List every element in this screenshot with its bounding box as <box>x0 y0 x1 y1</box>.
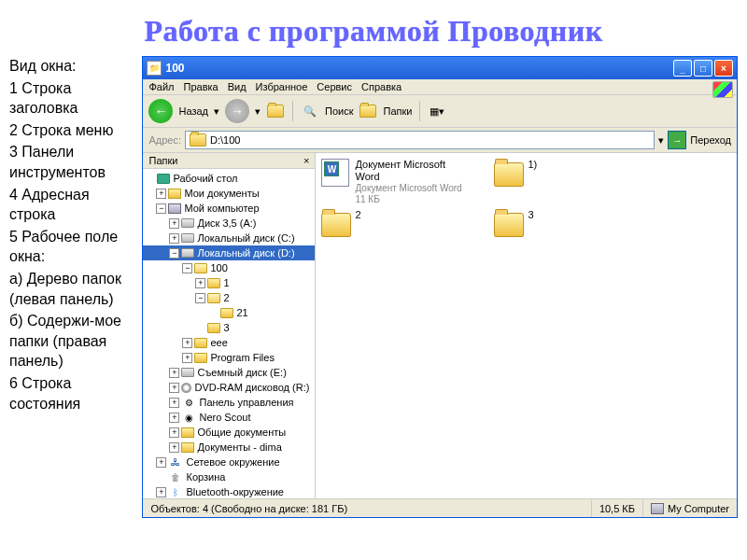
tree-disk-d[interactable]: −Локальный диск (D:) <box>143 245 315 260</box>
computer-icon <box>651 503 664 514</box>
status-main: Объектов: 4 (Свободно на диске: 181 ГБ) <box>143 499 591 517</box>
tree-mypc[interactable]: −Мой компьютер <box>143 201 315 216</box>
menu-file[interactable]: Файл <box>148 81 174 92</box>
separator <box>419 101 420 121</box>
folder-icon <box>494 213 524 237</box>
dropdown-icon[interactable]: ▾ <box>658 134 664 147</box>
toolbar: ← Назад ▾ → ▾ 🔍 Поиск Папки ▦▾ <box>143 95 737 128</box>
minimize-button[interactable]: _ <box>673 60 692 77</box>
folder-1[interactable]: 1) <box>494 159 639 205</box>
dropdown-icon[interactable]: ▾ <box>255 105 261 118</box>
tree-cpanel[interactable]: +⚙Панель управления <box>143 395 315 410</box>
file-word-doc[interactable]: Документ Microsoft Word Документ Microso… <box>321 159 466 205</box>
address-label: Адрес: <box>148 134 181 146</box>
note-line: 3 Панели инструментов <box>9 142 134 182</box>
note-line: 1 Строка заголовка <box>9 78 134 119</box>
tree-21[interactable]: 21 <box>143 305 315 320</box>
close-button[interactable]: × <box>714 60 733 77</box>
slide-title: Работа с программой Проводник <box>0 0 747 56</box>
explorer-window: 📁 100 _ □ × Файл Правка Вид Избранное Се… <box>142 56 738 518</box>
close-tree-button[interactable]: × <box>303 155 309 166</box>
folders-icon[interactable] <box>359 102 377 120</box>
titlebar[interactable]: 📁 100 _ □ × <box>143 57 737 79</box>
go-label[interactable]: Переход <box>690 134 731 146</box>
tree-floppy[interactable]: +Диск 3,5 (A:) <box>143 216 315 231</box>
note-line: 6 Строка состояния <box>9 373 134 413</box>
window-title: 100 <box>165 62 673 75</box>
tree-mydocs[interactable]: +Мои документы <box>143 186 315 201</box>
tree-2[interactable]: −2 <box>143 290 315 305</box>
address-bar: Адрес: D:\100 ▾ → Переход <box>143 128 737 153</box>
tree-nero[interactable]: +◉Nero Scout <box>143 410 315 425</box>
menu-help[interactable]: Справка <box>361 81 402 92</box>
folder-3[interactable]: 3 <box>494 209 639 239</box>
note-line: Вид окна: <box>9 56 134 77</box>
item-name: Документ Microsoft Word <box>355 159 466 183</box>
tree-100[interactable]: −100 <box>143 260 315 275</box>
tree-removable-e[interactable]: +Съемный диск (E:) <box>143 365 315 380</box>
menu-edit[interactable]: Правка <box>184 81 218 92</box>
folder-icon <box>494 162 524 187</box>
back-button[interactable]: ← <box>148 99 173 123</box>
item-name: 2 <box>355 209 360 221</box>
folder-icon <box>190 133 206 147</box>
back-label[interactable]: Назад <box>178 105 208 117</box>
separator <box>292 101 293 121</box>
item-size: 11 КБ <box>355 194 466 205</box>
views-icon[interactable]: ▦▾ <box>428 102 446 120</box>
note-line: б) Содержи-мое папки (правая панель) <box>9 311 134 371</box>
note-line: а) Дерево папок (левая панель) <box>9 269 134 309</box>
menu-favorites[interactable]: Избранное <box>256 81 308 92</box>
tree-1[interactable]: +1 <box>143 275 315 290</box>
status-location: My Computer <box>643 499 737 517</box>
dropdown-icon[interactable]: ▾ <box>214 105 219 118</box>
note-line: 4 Адресная строка <box>9 185 134 225</box>
address-input[interactable]: D:\100 <box>185 131 655 149</box>
statusbar: Объектов: 4 (Свободно на диске: 181 ГБ) … <box>143 498 737 517</box>
tree-dima[interactable]: +Документы - dima <box>143 440 315 455</box>
search-icon[interactable]: 🔍 <box>301 102 319 120</box>
word-icon <box>321 159 349 187</box>
note-line: 2 Строка меню <box>9 120 134 141</box>
item-name: 1) <box>528 159 537 171</box>
forward-button[interactable]: → <box>225 99 249 123</box>
folder-2[interactable]: 2 <box>321 209 466 239</box>
item-type: Документ Microsoft Word <box>355 183 466 194</box>
up-icon[interactable] <box>266 102 285 120</box>
tree-bluetooth[interactable]: +ᛒBluetooth-окружение <box>143 484 315 498</box>
folder-icon: 📁 <box>147 61 162 76</box>
go-button[interactable]: → <box>668 131 686 149</box>
tree-3[interactable]: 3 <box>143 320 315 335</box>
search-label[interactable]: Поиск <box>325 105 353 117</box>
tree-network[interactable]: +🖧Сетевое окружение <box>143 455 315 469</box>
menu-view[interactable]: Вид <box>228 81 247 92</box>
item-name: 3 <box>528 209 533 221</box>
tree-eee[interactable]: +eee <box>143 335 315 350</box>
note-line: 5 Рабочее поле окна: <box>9 227 134 267</box>
status-size: 10,5 КБ <box>592 499 643 517</box>
menu-tools[interactable]: Сервис <box>317 81 352 92</box>
folder-tree[interactable]: Рабочий стол +Мои документы −Мой компьют… <box>143 169 315 498</box>
address-path: D:\100 <box>210 134 240 146</box>
tree-title: Папки <box>148 155 177 166</box>
notes-panel: Вид окна: 1 Строка заголовка 2 Строка ме… <box>9 56 134 518</box>
tree-pf[interactable]: +Program Files <box>143 350 315 365</box>
folder-icon <box>321 213 351 237</box>
windows-flag-icon <box>712 81 733 98</box>
folder-tree-panel: Папки × Рабочий стол +Мои документы −Мой… <box>143 153 316 498</box>
tree-shared[interactable]: +Общие документы <box>143 425 315 440</box>
tree-desktop[interactable]: Рабочий стол <box>143 171 315 186</box>
tree-disk-c[interactable]: +Локальный диск (C:) <box>143 231 315 245</box>
tree-recyclebin[interactable]: 🗑Корзина <box>143 469 315 484</box>
folders-label[interactable]: Папки <box>383 105 412 117</box>
content-pane[interactable]: Документ Microsoft Word Документ Microso… <box>316 153 737 498</box>
tree-dvd[interactable]: +DVD-RAM дисковод (R:) <box>143 380 315 395</box>
menubar: Файл Правка Вид Избранное Сервис Справка <box>143 79 737 95</box>
maximize-button[interactable]: □ <box>694 60 712 77</box>
